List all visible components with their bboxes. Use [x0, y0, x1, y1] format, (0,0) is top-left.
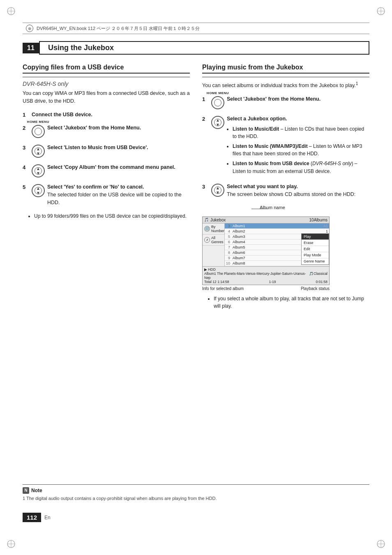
sd-context-play: Play [302, 234, 329, 240]
sd-context-edit: Edit [302, 246, 329, 252]
right-bullet-listen-music-edit: Listen to Music/Edit – Listen to CDs tha… [233, 125, 369, 140]
file-info-icon: ⊕ [26, 25, 33, 32]
right-section-intro: You can select albums or individual trac… [202, 81, 369, 90]
left-step-4-text: Select 'Copy Album' from the command men… [47, 164, 190, 171]
table-cell-num: 3 [225, 223, 231, 229]
left-step-4: 4 ▲▼ Select 'Copy Album' from the comman… [23, 164, 190, 177]
right-step-2-number: 2 [202, 116, 209, 122]
left-step-3-text: Select 'Listen to Music from USB Device'… [47, 144, 190, 152]
sd-footer-row1: ▶ HDD [204, 267, 327, 272]
sd-header: 🎵 Jukebox 10Albums [203, 217, 329, 223]
sd-label-playback: Playback status [301, 286, 330, 291]
left-column: Copying files from a USB device DVR-645H… [23, 64, 190, 312]
note-section: N Note 1 The digital audio output contai… [23, 484, 369, 502]
table-cell-num: 4 [225, 228, 231, 234]
sd-sidebar: 🔢 By Number ♬ All Genres [203, 223, 225, 266]
table-cell-name: Album3 [231, 234, 296, 239]
sd-footer-row2: Album1 The Planets-Mars-Venus-Mercury-Ju… [204, 272, 327, 280]
sd-icon-all-genres: ♬ [204, 237, 210, 243]
arrow-icon: ▲▼ [36, 147, 40, 156]
sd-footer-track: 1-19 [269, 280, 276, 284]
sd-icon-by-number: 🔢 [204, 226, 210, 232]
corner-reg-tl [7, 7, 16, 16]
left-step-1: 1 Connect the USB device. [23, 111, 190, 119]
table-cell-num: 7 [225, 244, 231, 250]
step-icon-inner-5: ▲▼ [35, 187, 42, 194]
right-step-icon-inner-2: ▲▼ [214, 119, 221, 126]
right-step-1: 1 HOME MENU Select 'Jukebox' from the Ho… [202, 95, 369, 109]
corner-reg-br [376, 539, 385, 548]
table-cell-num: 5 [225, 234, 231, 239]
screen-diagram: 🎵 Jukebox 10Albums 🔢 By Number ♬ [202, 216, 330, 285]
left-bullet-1: Up to 99 folders/999 files on the USB de… [34, 212, 190, 220]
album-name-leader [251, 209, 268, 209]
chapter-header: 11 Using the Jukebox [23, 41, 369, 55]
corner-reg-tr [376, 7, 385, 16]
left-step-2: 2 HOME MENU Select 'Jukebox' from the Ho… [23, 124, 190, 138]
sd-label-info: Info for selected album [202, 286, 244, 291]
left-step-4-number: 4 [23, 164, 29, 170]
left-step-5-text: Select 'Yes' to confirm or 'No' to cance… [47, 183, 190, 206]
chapter-title: Using the Jukebox [39, 41, 369, 55]
sd-footer: ▶ HDD Album1 The Planets-Mars-Venus-Merc… [203, 266, 329, 285]
sd-footer-time: 0:01:58 [316, 280, 327, 284]
page-footer: 112 En [23, 513, 51, 522]
table-cell-name: Album5 [231, 244, 296, 250]
home-menu-label: HOME MENU [27, 120, 49, 124]
right-step-icon-inner-3: ▲▼ [214, 187, 221, 194]
table-cell-track: A1 [296, 223, 329, 229]
right-step-3-icon: ▲▼ [211, 184, 224, 197]
sd-footer-row3: Total 12 1:14:58 1-19 0:01:58 [204, 280, 327, 284]
left-step-4-icon: ▲▼ [32, 164, 45, 177]
sd-context-menu: Play Erase Edit Play Mode Genre Name [301, 233, 329, 265]
table-cell-name: Album6 [231, 250, 296, 255]
left-section-subheading: DVR-645H-S only [23, 81, 190, 87]
album-name-label: Album name [260, 205, 285, 210]
right-step-2-icon: ▲▼ [211, 116, 224, 129]
right-step-3-number: 3 [202, 184, 209, 190]
right-step-1-text: Select 'Jukebox' from the Home Menu. [227, 95, 369, 103]
sd-footer-total: Total 12 1:14:58 [204, 280, 229, 284]
table-cell-num: 8 [225, 250, 231, 255]
table-cell-name: Album4 [231, 239, 296, 244]
right-after-screen-bullets: If you select a whole album to play, all… [208, 295, 369, 310]
sd-sidebar-by-number: 🔢 By Number [203, 223, 224, 235]
left-section-intro: You can copy WMA or MP3 files from a con… [23, 90, 190, 105]
table-cell-name: Album7 [231, 255, 296, 260]
right-home-menu-label: HOME MENU [207, 91, 229, 95]
right-step-3: 3 ▲▼ Select what you want to play. The s… [202, 183, 369, 198]
note-text: 1 The digital audio output contains a co… [23, 495, 369, 502]
sd-bottom-labels: Info for selected album Playback status [202, 286, 330, 291]
right-step-1-number: 1 [202, 96, 209, 102]
arrow-icon-r3: ▲▼ [216, 186, 220, 195]
arrow-icon-4: ▲▼ [36, 166, 40, 175]
sd-header-count: 10Albums [309, 218, 327, 222]
right-step-2: 2 ▲▼ Select a Jukebox option. Listen to … [202, 115, 369, 177]
sd-context-playmode: Play Mode [302, 252, 329, 258]
sd-context-erase: Erase [302, 240, 329, 246]
sd-context-genrename: Genre Name [302, 258, 329, 265]
right-step-2-bullets: Listen to Music/Edit – Listen to CDs tha… [227, 125, 369, 175]
right-step-icon-inner-1 [214, 99, 221, 106]
file-info-text: DVR645H_WY_EN.book 112 ページ ２０６年７月５日 水曜日 … [37, 25, 200, 32]
album-label-row: Album name [202, 204, 369, 212]
sd-header-left: 🎵 Jukebox [204, 218, 226, 222]
left-section-heading: Copying files from a USB device [23, 64, 190, 74]
right-step-2-text: Select a Jukebox option. Listen to Music… [227, 115, 369, 177]
sd-footer-album-info: Album1 The Planets-Mars-Venus-Mercury-Ju… [204, 272, 309, 280]
sd-jukebox-icon: 🎵 [204, 218, 209, 222]
right-after-bullet-1: If you select a whole album to play, all… [214, 295, 369, 310]
sd-sidebar-label-bynumber: By Number [211, 225, 224, 233]
right-section-heading: Playing music from the Jukebox [202, 64, 369, 74]
left-bullets: Up to 99 folders/999 files on the USB de… [28, 212, 190, 220]
left-step-3: 3 ▲▼ Select 'Listen to Music from USB De… [23, 144, 190, 158]
right-bullet-listen-usb: Listen to Music from USB device (DVR-645… [233, 160, 369, 175]
page-lang: En [44, 515, 51, 520]
table-cell-name: Album1 [231, 223, 296, 229]
corner-reg-bl [7, 539, 16, 548]
arrow-icon-r2: ▲▼ [216, 118, 220, 127]
right-column: Playing music from the Jukebox You can s… [202, 64, 369, 312]
file-info-bar: ⊕ DVR645H_WY_EN.book 112 ページ ２０６年７月５日 水曜… [23, 23, 369, 34]
page-number: 112 [23, 513, 41, 522]
main-content: Copying files from a USB device DVR-645H… [23, 64, 369, 312]
